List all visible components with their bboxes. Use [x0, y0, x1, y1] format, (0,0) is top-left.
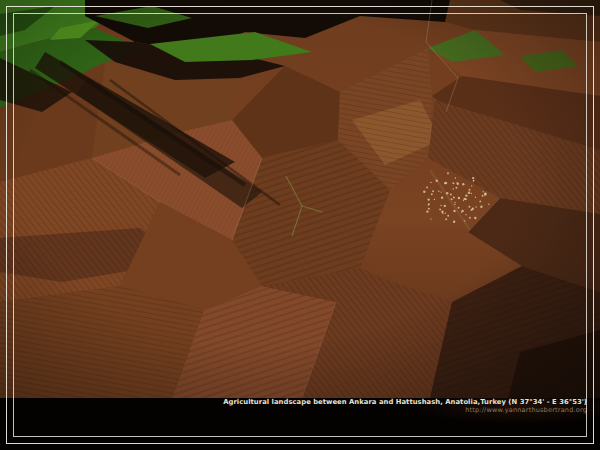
caption-title: Agricultural landscape between Ankara an…	[223, 399, 587, 406]
caption: Agricultural landscape between Ankara an…	[223, 399, 587, 414]
caption-url: http://www.yannarthusbertrand.org	[223, 407, 587, 414]
aerial-photo	[0, 0, 600, 398]
wallpaper-root: Agricultural landscape between Ankara an…	[0, 0, 600, 450]
